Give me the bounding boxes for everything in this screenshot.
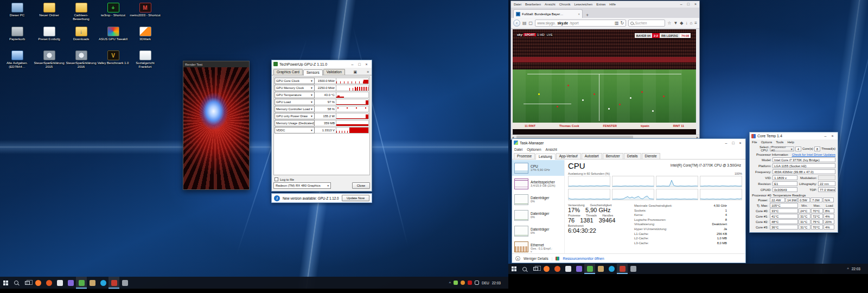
desktop-icon[interactable]: Mmetro2033 - Shortcut [129, 1, 161, 25]
taskbar-app-tool-light[interactable] [563, 264, 573, 274]
start-button[interactable] [0, 277, 11, 289]
firefox-window[interactable]: DateiBearbeitenAnsichtChronikLesezeichen… [510, 1, 700, 140]
sensor-select[interactable]: GPU Temperature▼ [275, 92, 315, 98]
tab-details[interactable]: Details [624, 153, 641, 159]
tab-close-icon[interactable]: × [578, 12, 580, 16]
taskbar-app-firefox[interactable] [541, 264, 552, 274]
menu-item-options[interactable]: Options [761, 141, 773, 144]
taskbar-app-tool-purple[interactable] [65, 277, 76, 289]
new-tab-button[interactable]: + [583, 12, 592, 18]
resource-monitor-link[interactable]: Ressourcenmonitor öffnen [563, 257, 604, 260]
desktop-icon[interactable]: SteuerSparErklärung 2016 [65, 49, 97, 73]
tab-leistung[interactable]: Leistung [535, 154, 556, 160]
update-now-button[interactable]: Update Now [342, 195, 369, 201]
taskbar-app-firefox[interactable] [33, 277, 43, 289]
desktop-icon[interactable]: Preset 0.mbcfg [33, 25, 65, 49]
gpuz-window[interactable]: TechPowerUp GPU-Z 1.11.0 – □ × Graphics … [271, 60, 372, 192]
taskbar-app-browser-orange[interactable] [552, 264, 563, 274]
menu-item-extras[interactable]: Extras [596, 3, 605, 6]
minimize-icon[interactable]: – [822, 134, 829, 138]
tray-app-icon[interactable] [454, 281, 458, 285]
reload-icon[interactable]: ↻ [621, 21, 624, 26]
gpuz-update-notification[interactable]: i New version available: GPU-Z 1.12.0 Up… [271, 193, 372, 203]
menu-item-optionen[interactable]: Optionen [527, 148, 541, 151]
tab-graphics-card[interactable]: Graphics Card [273, 69, 303, 75]
taskbar-app-game-controller[interactable] [628, 264, 639, 274]
core-temp-window[interactable]: Core Temp 1.4 – × FileOptionsToolsHelp S… [749, 132, 838, 233]
menu-item-datei[interactable]: Datei [514, 148, 522, 151]
taskbar-app-skype[interactable] [606, 264, 617, 274]
sensor-select[interactable]: Memory Usage (Dedicated)▼ [275, 120, 315, 126]
sensor-select[interactable]: GPU only Power Draw▼ [275, 113, 315, 119]
menu-item-ansicht[interactable]: Ansicht [546, 148, 557, 151]
gpu-device-select[interactable]: Radeon (TM) RX 480 Graphics ▾ [273, 182, 331, 189]
taskbar-app-notes[interactable] [87, 277, 98, 289]
desktop-icon[interactable]: 3DMark [129, 25, 161, 49]
taskbar-app-notes[interactable] [595, 264, 606, 274]
desktop-icon[interactable]: Papierkorb [1, 25, 33, 49]
tab-prozesse[interactable]: Prozesse [514, 153, 535, 159]
desktop-icon[interactable]: Neuer Ordner [33, 1, 65, 25]
start-button[interactable] [508, 264, 519, 274]
desktop-icon[interactable]: VValley Benchmark 1.0 [97, 49, 129, 73]
sidebar-item-cpu[interactable]: CPU17% 5,90 GHz [512, 160, 564, 176]
taskbar-app-tool-light[interactable] [54, 277, 65, 289]
sensor-select[interactable]: GPU Core Clock▼ [275, 78, 315, 84]
log-to-file-row[interactable]: Log to file [275, 177, 369, 181]
sensor-select[interactable]: Memory Controller Load▼ [275, 106, 315, 112]
taskbar-app-gpu-tool[interactable] [584, 264, 595, 274]
sidebar-item-disk[interactable]: Datenträger0% [512, 207, 564, 223]
page-icon[interactable]: ▢ [529, 21, 533, 26]
desktop-icon[interactable]: SteuerSparErklärung 2015 [33, 49, 65, 73]
menu-item-chronik[interactable]: Chronik [559, 3, 571, 6]
desktop-icon[interactable]: Alte Aufgaben.(ED78A4… [1, 49, 33, 73]
sidebar-item-disk[interactable]: Datenträger0% [512, 223, 564, 239]
taskbar-app-browser-orange[interactable] [43, 277, 54, 289]
tab-autostart[interactable]: Autostart [582, 153, 602, 159]
menu-item-ansicht[interactable]: Ansicht [545, 3, 556, 6]
minimize-icon[interactable]: – [349, 62, 356, 66]
taskbar-app-game-controller[interactable] [119, 277, 130, 289]
minimize-icon[interactable]: – [723, 141, 730, 145]
menu-item-help[interactable]: Help [787, 141, 794, 144]
driver-update-link[interactable]: Check for Intel Driver Updates [792, 153, 835, 156]
tab-app-verlauf[interactable]: App-Verlauf [556, 153, 581, 159]
tray-expand-icon[interactable]: ^ [847, 267, 848, 271]
gpuz-titlebar[interactable]: TechPowerUp GPU-Z 1.11.0 – □ × [272, 60, 372, 68]
menu-item-tools[interactable]: Tools [776, 141, 783, 144]
menu-item-bearbeiten[interactable]: Bearbeiten [525, 3, 541, 6]
core-temp-titlebar[interactable]: Core Temp 1.4 – × [750, 132, 838, 139]
address-bar[interactable]: www.skygo.sky.de/sport ▥ ↻ [535, 20, 626, 27]
sidebar-item-mem[interactable]: Arbeitsspeicher3,4/15,9 GB (21%) [512, 176, 564, 192]
language-indicator[interactable]: DEU [482, 281, 489, 285]
tab-sensors[interactable]: Sensors [303, 69, 323, 75]
gpuz-tray-icon[interactable] [468, 281, 472, 285]
tab-dienste[interactable]: Dienste [642, 153, 660, 159]
sensor-select[interactable]: GPU Memory Clock▼ [275, 85, 315, 91]
video-player[interactable]: 11 RINTThomas CookFENSTERtipwinRINT 11 s… [513, 29, 696, 136]
pocket-icon[interactable]: ▼ [673, 21, 678, 26]
search-button[interactable] [519, 264, 530, 274]
taskbar-app-recorder[interactable] [617, 264, 628, 274]
menu-item-datei[interactable]: Datei [514, 3, 521, 6]
desktop-icon[interactable]: ↓Downloads [65, 25, 97, 49]
render-test-window[interactable]: Render Test [183, 61, 250, 190]
menu-item-lesezeichen[interactable]: Lesezeichen [574, 3, 592, 6]
log-to-file-checkbox[interactable] [275, 177, 278, 181]
maximize-icon[interactable]: □ [730, 141, 737, 145]
menu-item-hilfe[interactable]: Hilfe [609, 3, 616, 6]
task-manager-window[interactable]: Task-Manager – □ × DateiOptionenAnsicht … [512, 138, 746, 263]
reader-mode-icon[interactable]: ▥ [615, 21, 619, 26]
sidebar-item-eth[interactable]: EthernetGes.: 0,1 Empf.: [512, 239, 564, 253]
camera-icon[interactable]: ▣ [353, 70, 359, 74]
taskbar-app-recorder[interactable] [108, 277, 119, 289]
maximize-icon[interactable]: □ [687, 2, 690, 6]
task-view-button[interactable] [530, 264, 541, 274]
close-icon[interactable]: × [829, 134, 836, 138]
render-test-titlebar[interactable]: Render Test [183, 61, 249, 67]
desktop-icon[interactable]: Dieser PC [1, 1, 33, 25]
menu-item-file[interactable]: File [752, 141, 757, 144]
sidebar-item-disk[interactable]: Datenträger0% [512, 192, 564, 207]
less-details-button[interactable]: Weniger Details [524, 257, 548, 260]
close-icon[interactable]: × [363, 62, 370, 66]
